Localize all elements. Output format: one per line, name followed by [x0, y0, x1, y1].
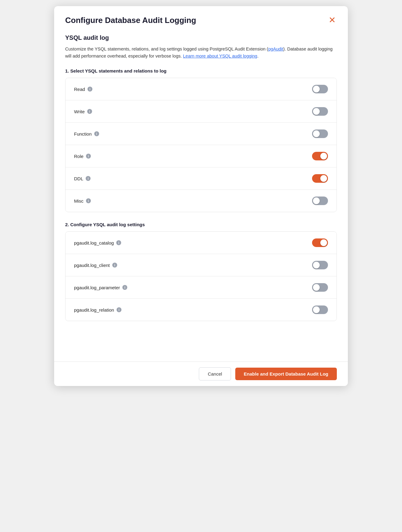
section1-label: 1. Select YSQL statements and relations … [65, 68, 337, 73]
role-label-group: Role i [74, 154, 91, 159]
log-parameter-toggle-thumb [313, 284, 320, 291]
ddl-toggle[interactable] [312, 174, 328, 183]
read-toggle-thumb [313, 86, 320, 92]
log-client-label: pgaudit.log_client [74, 263, 110, 268]
row-ddl: DDL i [65, 167, 337, 190]
ddl-label-group: DDL i [74, 176, 91, 181]
log-client-info-icon[interactable]: i [112, 263, 117, 268]
log-client-toggle-thumb [313, 262, 320, 268]
log-catalog-info-icon[interactable]: i [116, 240, 121, 245]
log-parameter-toggle-track [312, 283, 328, 292]
log-relation-toggle-thumb [313, 306, 320, 313]
log-catalog-toggle-thumb [320, 239, 327, 246]
misc-label-group: Misc i [74, 198, 91, 204]
read-label-group: Read i [74, 87, 92, 92]
function-info-icon[interactable]: i [94, 131, 99, 136]
log-catalog-label-group: pgaudit.log_catalog i [74, 240, 121, 245]
log-relation-toggle-track [312, 305, 328, 314]
row-function: Function i [65, 123, 337, 145]
section1-card: Read i Write i [65, 78, 337, 212]
misc-toggle[interactable] [312, 197, 328, 205]
role-label: Role [74, 154, 84, 159]
write-toggle-thumb [313, 108, 320, 115]
role-toggle-thumb [320, 153, 327, 159]
log-catalog-label: pgaudit.log_catalog [74, 240, 114, 245]
section2-label: 2. Configure YSQL audit log settings [65, 222, 337, 227]
misc-toggle-thumb [313, 197, 320, 204]
read-info-icon[interactable]: i [87, 87, 92, 92]
misc-info-icon[interactable]: i [86, 198, 91, 203]
write-toggle[interactable] [312, 107, 328, 116]
log-parameter-toggle[interactable] [312, 283, 328, 292]
role-toggle[interactable] [312, 152, 328, 160]
log-catalog-toggle[interactable] [312, 238, 328, 247]
log-client-toggle-track [312, 261, 328, 269]
function-label-group: Function i [74, 131, 99, 137]
learn-more-link[interactable]: Learn more about YSQL audit logging [183, 54, 257, 58]
role-toggle-track [312, 152, 328, 160]
log-parameter-label-group: pgaudit.log_parameter i [74, 285, 127, 290]
cancel-button[interactable]: Cancel [199, 367, 231, 380]
read-label: Read [74, 87, 85, 92]
log-relation-label: pgaudit.log_relation [74, 307, 114, 313]
row-log-parameter: pgaudit.log_parameter i [65, 276, 337, 299]
row-log-client: pgaudit.log_client i [65, 254, 337, 276]
ddl-toggle-track [312, 174, 328, 183]
misc-toggle-track [312, 197, 328, 205]
row-log-catalog: pgaudit.log_catalog i [65, 232, 337, 254]
log-relation-label-group: pgaudit.log_relation i [74, 307, 121, 313]
function-toggle[interactable] [312, 129, 328, 138]
log-parameter-label: pgaudit.log_parameter [74, 285, 120, 290]
log-catalog-toggle-track [312, 238, 328, 247]
row-log-relation: pgaudit.log_relation i [65, 299, 337, 321]
section2-card: pgaudit.log_catalog i pgaudit.log_client… [65, 231, 337, 321]
write-toggle-track [312, 107, 328, 116]
modal-body: YSQL audit log Customize the YSQL statem… [54, 32, 348, 362]
function-toggle-thumb [313, 130, 320, 137]
log-client-label-group: pgaudit.log_client i [74, 263, 117, 268]
log-client-toggle[interactable] [312, 261, 328, 269]
read-toggle-track [312, 85, 328, 93]
row-read: Read i [65, 78, 337, 100]
log-parameter-info-icon[interactable]: i [122, 285, 127, 290]
description-text-before: Customize the YSQL statements, relations… [65, 47, 268, 51]
modal-header: Configure Database Audit Logging ✕ [54, 6, 348, 32]
log-relation-info-icon[interactable]: i [117, 307, 121, 312]
function-toggle-track [312, 129, 328, 138]
row-write: Write i [65, 100, 337, 123]
ddl-toggle-thumb [320, 175, 327, 182]
log-relation-toggle[interactable] [312, 305, 328, 314]
read-toggle[interactable] [312, 85, 328, 93]
description-text-end: . [257, 54, 259, 58]
pgaudit-link[interactable]: pgAudit [268, 47, 283, 51]
ysql-description: Customize the YSQL statements, relations… [65, 46, 337, 60]
row-role: Role i [65, 145, 337, 167]
misc-label: Misc [74, 198, 84, 204]
role-info-icon[interactable]: i [86, 154, 91, 159]
ysql-section: YSQL audit log Customize the YSQL statem… [65, 34, 337, 60]
ddl-label: DDL [74, 176, 83, 181]
enable-export-button[interactable]: Enable and Export Database Audit Log [235, 368, 337, 380]
function-label: Function [74, 131, 92, 137]
write-label: Write [74, 109, 85, 114]
modal-footer: Cancel Enable and Export Database Audit … [54, 362, 348, 386]
write-label-group: Write i [74, 109, 92, 114]
configure-audit-logging-modal: Configure Database Audit Logging ✕ YSQL … [54, 6, 348, 386]
write-info-icon[interactable]: i [87, 109, 92, 114]
row-misc: Misc i [65, 190, 337, 212]
ddl-info-icon[interactable]: i [86, 176, 91, 181]
close-button[interactable]: ✕ [327, 15, 337, 26]
modal-title: Configure Database Audit Logging [65, 16, 196, 25]
ysql-section-title: YSQL audit log [65, 34, 337, 41]
